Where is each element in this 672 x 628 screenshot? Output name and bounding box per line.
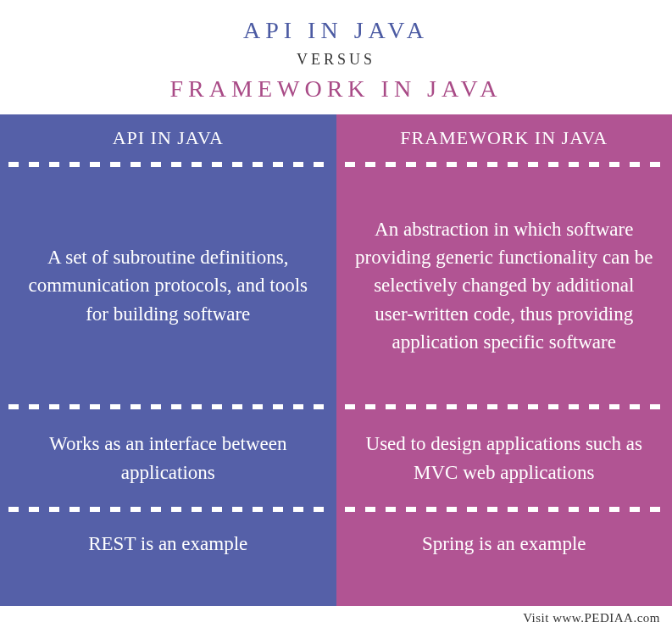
title-top: API IN JAVA: [8, 17, 664, 44]
framework-example: Spring is an example: [336, 512, 673, 575]
versus-label: VERSUS: [8, 51, 664, 69]
api-definition: A set of subroutine definitions, communi…: [0, 167, 336, 404]
title-bottom: FRAMEWORK IN JAVA: [8, 75, 664, 103]
comparison-table: API IN JAVA A set of subroutine definiti…: [0, 114, 672, 606]
footer-credit: Visit www.PEDIAA.com: [0, 606, 672, 625]
column-framework-header: FRAMEWORK IN JAVA: [336, 114, 673, 162]
framework-usage: Used to design applications such as MVC …: [336, 409, 673, 507]
api-usage: Works as an interface between applicatio…: [0, 409, 336, 507]
comparison-header: API IN JAVA VERSUS FRAMEWORK IN JAVA: [0, 0, 672, 114]
column-api: API IN JAVA A set of subroutine definiti…: [0, 114, 336, 606]
column-api-header: API IN JAVA: [0, 114, 336, 162]
framework-definition: An abstraction in which software providi…: [336, 167, 673, 404]
column-framework: FRAMEWORK IN JAVA An abstraction in whic…: [336, 114, 673, 606]
api-example: REST is an example: [0, 512, 336, 575]
